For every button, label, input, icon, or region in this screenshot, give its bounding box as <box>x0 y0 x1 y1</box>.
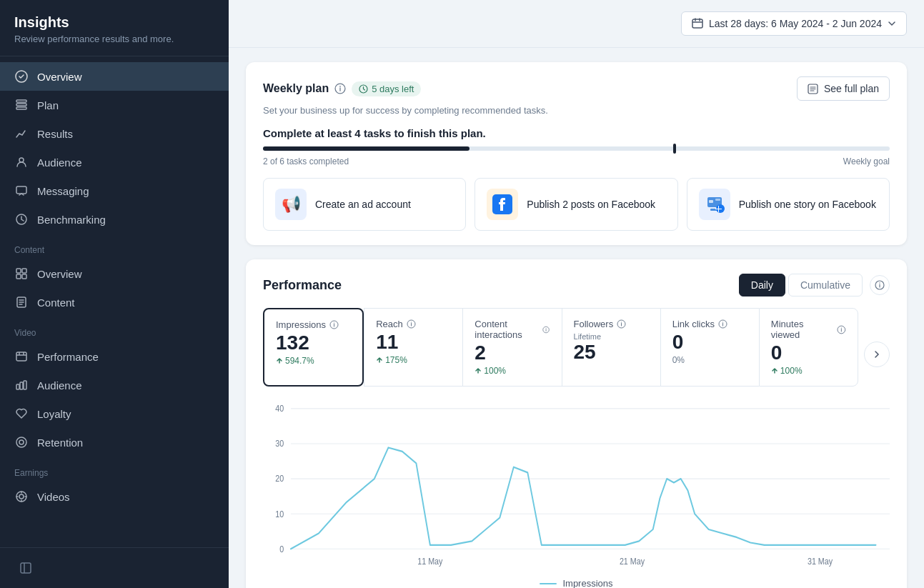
task-create-ad[interactable]: 📢 Create an ad account <box>263 178 466 231</box>
svg-text:30: 30 <box>275 439 284 449</box>
plan-list-icon <box>808 84 818 94</box>
loyalty-icon <box>14 407 29 421</box>
plan-icon <box>14 98 29 112</box>
metric-reach[interactable]: Reach 11 175% <box>364 308 462 387</box>
up-arrow-icon <box>771 367 778 374</box>
sidebar-item-label: Content <box>37 297 75 309</box>
sidebar: Insights Review performance results and … <box>0 0 229 588</box>
video-audience-icon <box>14 378 29 392</box>
section-label-video: Video <box>0 317 229 342</box>
metric-info-icon <box>329 320 339 329</box>
sidebar-item-loyalty[interactable]: Loyalty <box>0 399 229 428</box>
days-left-badge: 5 days left <box>352 81 421 96</box>
sidebar-item-label: Retention <box>37 437 83 449</box>
video-performance-icon <box>14 349 29 364</box>
task-publish-story[interactable]: Publish one story on Facebook <box>687 178 890 231</box>
svg-point-40 <box>546 328 547 329</box>
collapse-sidebar-button[interactable] <box>14 557 37 579</box>
section-label-content: Content <box>0 234 229 259</box>
svg-point-36 <box>334 322 334 323</box>
weekly-plan-card: Weekly plan 5 days left <box>246 62 907 245</box>
metric-label-row: Link clicks <box>672 319 747 329</box>
tab-cumulative[interactable]: Cumulative <box>788 274 863 297</box>
progress-label: 2 of 6 tasks completed <box>263 156 349 166</box>
svg-point-19 <box>19 494 24 499</box>
calendar-icon <box>692 18 703 29</box>
metric-followers[interactable]: Followers Lifetime 25 <box>562 308 660 387</box>
svg-rect-1 <box>16 100 26 102</box>
sidebar-item-results[interactable]: Results <box>0 119 229 148</box>
sidebar-item-benchmarking[interactable]: Benchmarking <box>0 205 229 234</box>
svg-rect-15 <box>24 381 26 389</box>
content-overview-icon <box>14 266 29 281</box>
performance-info-icon[interactable] <box>870 275 890 295</box>
sidebar-item-content[interactable]: Content <box>0 288 229 317</box>
metric-info-icon <box>542 325 550 334</box>
chevron-right-icon <box>872 349 882 359</box>
svg-rect-21 <box>692 19 702 28</box>
task-publish-fb[interactable]: Publish 2 posts on Facebook <box>475 178 677 231</box>
tab-group: Daily Cumulative <box>739 274 863 297</box>
app-subtitle: Review performance results and more. <box>14 34 214 44</box>
metrics-next-button[interactable] <box>864 342 890 367</box>
metrics-container: Impressions 132 594. <box>263 308 890 401</box>
date-range-label: Last 28 days: 6 May 2024 - 2 Jun 2024 <box>709 18 882 29</box>
sidebar-item-label: Results <box>37 128 73 140</box>
sidebar-item-label: Overview <box>37 268 82 280</box>
see-full-plan-button[interactable]: See full plan <box>797 76 890 101</box>
weekly-plan-info-icon[interactable] <box>334 83 346 94</box>
sidebar-item-audience[interactable]: Audience <box>0 148 229 176</box>
messaging-icon <box>14 184 29 198</box>
metric-label-row: Impressions <box>276 319 351 330</box>
sidebar-item-videos[interactable]: Videos <box>0 482 229 511</box>
metric-label: Impressions <box>276 319 326 330</box>
metric-label: Content interactions <box>475 319 539 340</box>
progress-bar <box>263 146 890 151</box>
sidebar-item-label: Plan <box>37 99 59 111</box>
topbar: Last 28 days: 6 May 2024 - 2 Jun 2024 <box>229 0 924 48</box>
svg-point-34 <box>879 282 880 283</box>
date-range-button[interactable]: Last 28 days: 6 May 2024 - 2 Jun 2024 <box>681 11 907 36</box>
sidebar-item-content-overview[interactable]: Overview <box>0 259 229 288</box>
performance-chart: 40 30 20 10 0 11 May 21 May 31 May <box>263 401 890 572</box>
sidebar-item-retention[interactable]: Retention <box>0 428 229 457</box>
svg-point-17 <box>19 440 24 444</box>
svg-point-46 <box>841 327 842 328</box>
sidebar-item-label: Audience <box>37 156 82 169</box>
weekly-plan-subtitle: Set your business up for success by comp… <box>263 105 890 116</box>
up-arrow-icon <box>376 357 383 364</box>
svg-rect-14 <box>20 382 23 389</box>
metric-minutes-viewed[interactable]: Minutes viewed 0 100 <box>759 308 858 387</box>
sidebar-item-messaging[interactable]: Messaging <box>0 176 229 205</box>
svg-rect-8 <box>22 269 26 273</box>
metric-label-row: Minutes viewed <box>771 319 846 340</box>
legend-label: Impressions <box>562 578 612 588</box>
metric-info-icon <box>718 319 727 329</box>
sidebar-item-video-performance[interactable]: Performance <box>0 342 229 371</box>
metric-content-interactions[interactable]: Content interactions 2 <box>462 308 561 387</box>
metric-impressions[interactable]: Impressions 132 594. <box>263 308 364 387</box>
metrics-row: Impressions 132 594. <box>263 308 858 387</box>
sidebar-item-overview[interactable]: Overview <box>0 62 229 91</box>
performance-controls: Daily Cumulative <box>739 274 890 297</box>
metric-info-icon <box>407 319 416 329</box>
weekly-plan-title-row: Weekly plan 5 days left <box>263 81 421 96</box>
sidebar-item-plan[interactable]: Plan <box>0 91 229 119</box>
metric-change: 100% <box>771 366 846 376</box>
svg-point-4 <box>19 158 24 162</box>
svg-rect-5 <box>16 186 26 194</box>
task-icon-publish-story <box>699 189 730 220</box>
tab-daily[interactable]: Daily <box>739 274 785 297</box>
metric-link-clicks[interactable]: Link clicks 0 0% <box>660 308 759 387</box>
svg-point-42 <box>621 322 622 322</box>
task-icon-publish-fb <box>487 189 518 220</box>
svg-rect-12 <box>16 352 26 361</box>
sidebar-item-video-audience[interactable]: Audience <box>0 371 229 399</box>
app-title: Insights <box>14 14 214 31</box>
svg-rect-10 <box>22 274 26 279</box>
up-arrow-icon <box>276 357 283 364</box>
task-label-publish-fb: Publish 2 posts on Facebook <box>527 199 655 210</box>
metric-value: 11 <box>376 332 451 352</box>
sidebar-nav: Overview Plan Results <box>0 56 229 547</box>
progress-bar-fill <box>263 146 470 151</box>
